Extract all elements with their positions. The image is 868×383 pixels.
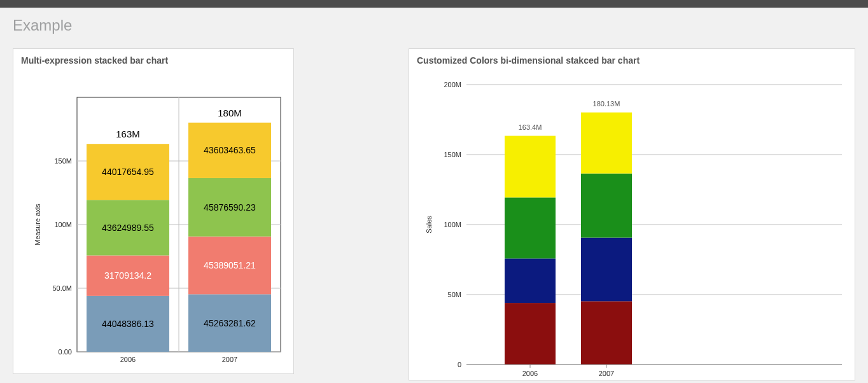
segment-value-label: 44017654.95 bbox=[102, 167, 154, 177]
y-axis-label: Measure axis bbox=[34, 204, 41, 246]
y-tick-label: 0.00 bbox=[59, 348, 72, 356]
segment-value-label: 31709134.2 bbox=[104, 270, 151, 281]
chart-right: 050M100M150M200M163.4M2006180.13M2007Yea… bbox=[409, 72, 855, 383]
y-tick-label: 100M bbox=[54, 221, 72, 228]
y-tick-label: 150M bbox=[444, 151, 461, 158]
x-axis-label: Year bbox=[172, 376, 186, 377]
panel-title-right: Customized Colors bi-dimensional stakced… bbox=[409, 49, 855, 72]
bar-segment[interactable] bbox=[581, 113, 632, 174]
bar-segment[interactable] bbox=[505, 136, 556, 198]
panel-multi-expression: Multi-expression stacked bar chart 0.005… bbox=[13, 48, 294, 374]
bar-segment[interactable] bbox=[581, 301, 632, 365]
y-tick-label: 200M bbox=[444, 81, 461, 88]
chart-left: 0.0050.0M100M150M44048386.1331709134.243… bbox=[13, 72, 293, 377]
segment-value-label: 44048386.13 bbox=[102, 319, 154, 329]
y-axis-label: Sales bbox=[425, 216, 433, 233]
x-tick-label: 2007 bbox=[222, 356, 237, 363]
bar-segment[interactable] bbox=[581, 238, 632, 302]
segment-value-label: 43603463.65 bbox=[204, 145, 256, 155]
page-title: Example bbox=[0, 8, 868, 38]
bar-segment[interactable] bbox=[505, 197, 556, 258]
x-tick-label: 2006 bbox=[120, 356, 136, 363]
x-tick-label: 2007 bbox=[599, 370, 614, 377]
bar-segment[interactable] bbox=[505, 258, 556, 303]
y-tick-label: 50M bbox=[448, 291, 461, 298]
bar-total-label: 163M bbox=[116, 129, 140, 139]
segment-value-label: 45876590.23 bbox=[204, 202, 256, 212]
panels-row: Multi-expression stacked bar chart 0.005… bbox=[0, 38, 868, 383]
x-tick-label: 2006 bbox=[522, 370, 538, 377]
y-tick-label: 150M bbox=[54, 157, 72, 165]
segment-value-label: 45389051.21 bbox=[204, 260, 256, 270]
bar-segment[interactable] bbox=[505, 303, 556, 365]
bar-total-label: 180M bbox=[218, 108, 242, 118]
bar-segment[interactable] bbox=[581, 174, 632, 238]
panel-title-left: Multi-expression stacked bar chart bbox=[13, 49, 293, 72]
y-tick-label: 50.0M bbox=[52, 284, 72, 292]
segment-value-label: 45263281.62 bbox=[204, 318, 256, 328]
bar-total-label: 180.13M bbox=[593, 100, 620, 108]
segment-value-label: 43624989.55 bbox=[102, 223, 154, 233]
panel-customized-colors: Customized Colors bi-dimensional stakced… bbox=[409, 48, 855, 380]
top-bar bbox=[0, 0, 868, 8]
bar-total-label: 163.4M bbox=[519, 123, 542, 131]
y-tick-label: 100M bbox=[444, 221, 461, 228]
y-tick-label: 0 bbox=[458, 361, 461, 368]
